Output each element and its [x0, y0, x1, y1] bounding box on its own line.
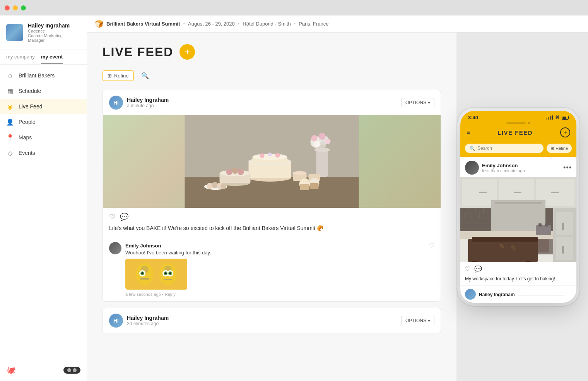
- phone-time: 3:40: [468, 115, 478, 120]
- title-bar: [0, 0, 588, 15]
- svg-rect-86: [556, 237, 573, 260]
- user-role: Content Marketing Manager: [28, 33, 80, 43]
- svg-point-8: [260, 153, 265, 158]
- search-icon: 🔍: [141, 72, 149, 79]
- svg-rect-38: [125, 259, 187, 290]
- post-avatar-1: HI: [109, 96, 123, 110]
- events-icon: ◇: [6, 149, 14, 157]
- svg-rect-82: [472, 261, 477, 262]
- nav-tabs: my company my event: [0, 50, 87, 65]
- post-user-1: HI Hailey Ingraham a minute ago: [109, 96, 169, 110]
- phone-comment-dash: ————————————: [518, 293, 564, 297]
- separator-1: •: [183, 21, 185, 27]
- post-header-2: HI Hailey Ingraham 20 minutes ago OPTION…: [103, 308, 441, 333]
- post-options-button-1[interactable]: OPTIONS ▾: [401, 98, 434, 107]
- svg-point-25: [325, 139, 331, 144]
- map-icon: 📍: [6, 134, 14, 141]
- sidebar-item-schedule[interactable]: ▦ Schedule: [0, 83, 87, 99]
- like-button-1[interactable]: ♡: [109, 213, 115, 221]
- sidebar-item-events[interactable]: ◇ Events: [0, 145, 87, 161]
- phone-app-header: ≡ LIVE FEED +: [460, 124, 576, 142]
- phone-comment-button[interactable]: 💬: [474, 265, 482, 273]
- main-content: LIVE FEED + ⊞ Refine 🔍: [87, 33, 456, 381]
- phone-post-feed: Emily Johnson less than a minute ago •••: [460, 157, 576, 303]
- topbar: 🍞 Brilliant Bakers Virtual Summit • Augu…: [87, 15, 588, 33]
- post-options-button-2[interactable]: OPTIONS ▾: [401, 316, 434, 325]
- phone-post-text: My workspace for today. Let's get to bak…: [460, 276, 576, 285]
- separator-2: •: [238, 21, 240, 27]
- avatar-initials-1: HI: [109, 96, 123, 110]
- phone-post-user-info: Emily Johnson less than a minute ago: [482, 163, 525, 173]
- comment-avatar-1: [109, 242, 121, 254]
- phone-more-button[interactable]: •••: [563, 164, 572, 172]
- comment-image-1: [125, 259, 187, 290]
- avatar-initials-2: HI: [109, 314, 123, 328]
- post-image-1: [103, 115, 441, 208]
- svg-rect-60: [479, 192, 487, 193]
- svg-point-37: [221, 184, 226, 189]
- comment-like-button-1[interactable]: ♡: [429, 242, 434, 249]
- svg-rect-85: [556, 212, 573, 235]
- separator-3: •: [294, 21, 296, 27]
- page-title: LIVE FEED: [103, 45, 173, 59]
- phone-search-placeholder: Search: [477, 146, 492, 151]
- comment-user-name-1: Emily Johnson: [125, 243, 161, 249]
- phone-menu-icon[interactable]: ≡: [467, 129, 470, 136]
- post-user-name-1: Hailey Ingraham: [127, 97, 169, 103]
- event-icon: 🍞: [95, 20, 103, 28]
- dot-2: [73, 368, 77, 372]
- tab-my-company[interactable]: my company: [6, 50, 35, 64]
- comment-meta-1: a few seconds ago • Reply: [125, 292, 425, 297]
- phone-post-user: Emily Johnson less than a minute ago: [465, 161, 525, 175]
- sidebar-item-brilliant-bakers[interactable]: ⌂ Brilliant Bakers: [0, 68, 87, 83]
- comment-button-1[interactable]: 💬: [120, 213, 128, 221]
- post-user-name-2: Hailey Ingraham: [127, 315, 169, 321]
- svg-rect-1: [185, 177, 359, 208]
- svg-point-27: [293, 171, 307, 175]
- svg-rect-87: [562, 223, 564, 230]
- phone-header-title: LIVE FEED: [497, 129, 533, 136]
- tab-my-event[interactable]: my event: [41, 50, 63, 64]
- search-button[interactable]: 🔍: [138, 69, 152, 82]
- post-avatar-2: HI: [109, 314, 123, 328]
- sidebar-item-maps[interactable]: 📍 Maps: [0, 130, 87, 145]
- people-icon: 👤: [6, 118, 14, 126]
- svg-point-14: [226, 169, 232, 175]
- mobile-mockup: 3:40 ⌘: [456, 33, 588, 381]
- comment-body-1: Emily Johnson Woohoo! I've been waiting …: [125, 242, 425, 297]
- sidebar-item-people[interactable]: 👤 People: [0, 114, 87, 130]
- home-icon: ⌂: [6, 72, 14, 79]
- phone-post-user-time: less than a minute ago: [482, 168, 525, 173]
- user-company: Cadence: [28, 29, 80, 33]
- content-row: LIVE FEED + ⊞ Refine 🔍: [87, 33, 588, 381]
- minimize-button[interactable]: [13, 5, 18, 10]
- phone-like-button[interactable]: ♡: [465, 265, 470, 273]
- phone-refine-button[interactable]: ⊞ Refine: [547, 144, 572, 153]
- post-time-1: a minute ago: [127, 103, 169, 108]
- maximize-button[interactable]: [21, 5, 26, 10]
- user-profile: Hailey Ingraham Cadence Content Marketin…: [0, 15, 87, 50]
- post-time-2: 20 minutes ago: [127, 321, 169, 326]
- svg-rect-81: [472, 237, 538, 242]
- phone-comment-user-name: Hailey Ingraham: [479, 292, 515, 297]
- svg-rect-83: [526, 261, 531, 262]
- svg-rect-80: [468, 239, 538, 262]
- refine-label: Refine: [114, 73, 129, 79]
- phone-comment-avatar: [465, 289, 476, 300]
- svg-rect-30: [300, 184, 309, 190]
- add-post-button[interactable]: +: [179, 44, 195, 60]
- sidebar-item-live-feed[interactable]: ◉ Live Feed: [0, 99, 87, 114]
- phone-add-button[interactable]: +: [560, 127, 570, 137]
- svg-rect-91: [545, 223, 548, 227]
- post-header-1: HI Hailey Ingraham a minute ago OPTIONS …: [103, 90, 441, 115]
- main-area: 🍞 Brilliant Bakers Virtual Summit • Augu…: [87, 15, 588, 381]
- phone-search-input[interactable]: 🔍 Search: [465, 144, 544, 153]
- close-button[interactable]: [5, 5, 10, 10]
- svg-point-44: [141, 272, 144, 275]
- post-card-1: HI Hailey Ingraham a minute ago OPTIONS …: [103, 90, 441, 302]
- comment-section-1: Emily Johnson Woohoo! I've been waiting …: [103, 237, 441, 301]
- post-user-info-2: Hailey Ingraham 20 minutes ago: [127, 315, 169, 326]
- refine-button[interactable]: ⊞ Refine: [103, 70, 134, 81]
- event-hotel: Hôtel Dupond - Smith: [243, 21, 291, 27]
- sidebar-dots-control[interactable]: [63, 367, 80, 374]
